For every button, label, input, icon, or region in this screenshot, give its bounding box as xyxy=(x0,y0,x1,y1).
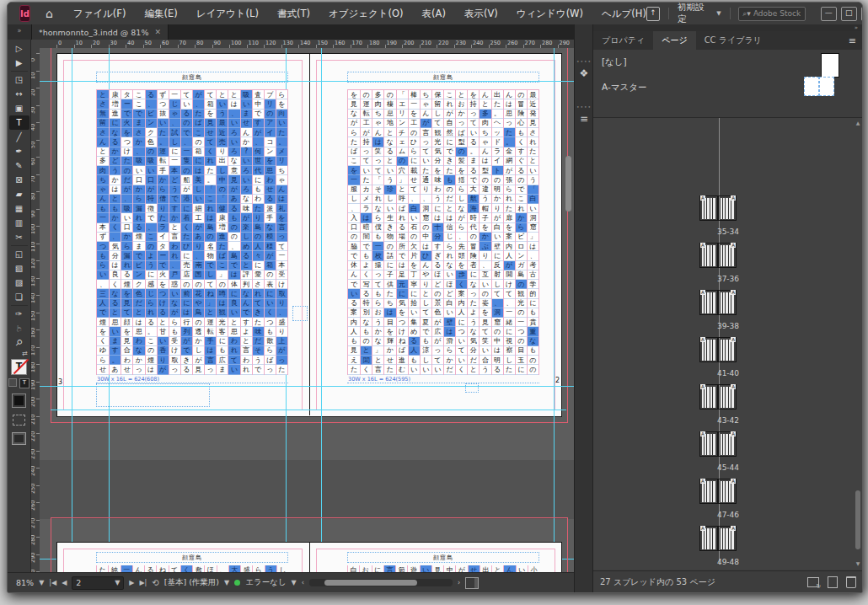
text-column[interactable]: ここでまさか、吸い口から漏れる煙までピンク色だとは思わなかっ xyxy=(132,90,144,374)
spread-label[interactable]: 43-42 xyxy=(593,416,863,425)
text-column[interactable]: ているので、一隻の船が港に着くたびに売店の前には行列ができる xyxy=(180,90,192,374)
last-page-button[interactable]: ▶| xyxy=(139,579,147,586)
menu-item[interactable]: ファイル(F) xyxy=(73,8,126,20)
menu-item[interactable]: ヘルプ(H) xyxy=(602,8,646,20)
text-column[interactable]: んと多肉ちゃんは型の違う帽子をかぶり、互いの姿を見て笑い合う xyxy=(479,90,490,374)
scroll-left-icon[interactable]: ‹ xyxy=(302,579,304,586)
master-none-thumbnail[interactable] xyxy=(821,53,839,78)
empty-text-frame[interactable] xyxy=(465,383,479,393)
spread-label[interactable]: 45-44 xyxy=(593,463,863,472)
document-tab[interactable]: *honmonnto_3.indd @ 81% ✕ xyxy=(32,24,169,40)
fill-color-swatch[interactable] xyxy=(12,394,26,408)
zoom-dropdown-icon[interactable]: ▼ xyxy=(39,579,44,586)
text-column[interactable]: これが自然にできたものだとは信じられないほど白い壁は滑らかだ xyxy=(443,90,455,374)
page-thumbnail[interactable]: A xyxy=(699,431,718,457)
spread-label[interactable]: 49-48 xyxy=(593,558,863,566)
formatting-affects-text-button[interactable]: T xyxy=(19,378,29,388)
vertical-grid-tool[interactable]: ▥ xyxy=(9,216,29,230)
page-thumbnail[interactable]: A xyxy=(699,384,718,410)
empty-text-frame[interactable] xyxy=(96,383,210,407)
error-status[interactable]: エラーなし xyxy=(245,577,286,588)
page-thumbnail[interactable]: A xyxy=(718,243,737,268)
master-none-label[interactable]: [なし] xyxy=(602,56,627,68)
text-column[interactable]: を持っている。まるで大航海時代の冒険者になったような気分だと xyxy=(467,90,479,374)
master-a-label[interactable]: A-マスター xyxy=(602,82,646,94)
maximize-button[interactable]: □ xyxy=(841,7,857,21)
scissors-tool[interactable]: ✂ xyxy=(9,230,29,244)
empty-text-frame[interactable] xyxy=(292,306,308,321)
page-thumbnail[interactable]: A xyxy=(718,195,737,221)
text-column[interactable]: 多肉ちゃんは笑って「それなら僕も一枚撮ってもらおうかな」と言 xyxy=(372,90,383,374)
text-column[interactable]: らを向いた。メリちゃんは礼を言って一本受け取り、盛り上がった xyxy=(276,90,287,374)
text-column[interactable]: る、ピンク色の吸い口が特徴で、このように感じられる。この煙は xyxy=(145,90,157,374)
pen-tool[interactable]: ✒ xyxy=(9,144,29,158)
close-button[interactable]: ✕ xyxy=(861,7,863,21)
ruler-guide-vertical[interactable] xyxy=(554,48,555,572)
page-thumbnail[interactable]: A xyxy=(718,384,737,410)
page-thumbnail[interactable]: A xyxy=(699,243,718,268)
preflight-profile[interactable]: [基本] (作業用) xyxy=(164,577,219,588)
edit-page-size-icon[interactable] xyxy=(807,577,819,587)
fill-indicator-text[interactable]: T xyxy=(11,359,27,375)
eyedropper-tool[interactable]: ✑ xyxy=(9,307,29,321)
text-column[interactable]: て箱を見せてくれた。「これは島の名物でしてね」と運転手は言っ xyxy=(204,90,216,374)
hand-tool[interactable]: ☞ xyxy=(9,321,29,335)
delete-page-icon[interactable] xyxy=(846,576,856,588)
next-spread-text-row[interactable]: しうら盛大、ほ敷くてねるん一純た xyxy=(96,565,288,572)
indesign-logo-icon[interactable]: Id xyxy=(19,5,30,22)
right-page-text-frame[interactable]: 最近発見されたという「白い洞窟」は、考古学的にも貴重なもののの冒険心もくすぐるの… xyxy=(347,89,539,375)
selection-tool[interactable]: ▷ xyxy=(9,41,29,56)
gradient-tool[interactable]: ▧ xyxy=(9,261,29,276)
text-column[interactable]: という最近売り出し中の「健康増進たばこ」の噂は観光客にも広ま xyxy=(216,90,228,374)
share-icon[interactable]: ↑ xyxy=(646,7,660,21)
running-head-frame[interactable]: 顔窟島 xyxy=(347,72,539,83)
tab-cc-libraries[interactable]: CC ライブラリ xyxy=(696,31,770,50)
scrollbar-thumb[interactable] xyxy=(324,580,417,586)
tab-pages[interactable]: ページ xyxy=(653,31,695,50)
text-column[interactable]: んは思った。金網が張られた扉を案内人が開けて、一緒に視察した xyxy=(503,90,515,374)
text-column[interactable]: とは、いろいろな意見があるものの、島では体に良いと思われてい xyxy=(228,90,239,374)
scroll-up-icon[interactable]: ▲ xyxy=(855,120,861,126)
text-column[interactable]: ちゃんが言っていた通り、洞窟の中はひんやりとして夏でも涼しい xyxy=(420,90,431,374)
scrollbar-thumb[interactable] xyxy=(855,490,860,549)
split-window-icon[interactable] xyxy=(465,577,479,589)
scrollbar-thumb[interactable] xyxy=(565,156,571,211)
page-thumbnail[interactable]: A xyxy=(718,431,737,457)
layers-panel-icon[interactable]: ❖ xyxy=(577,67,591,80)
menu-item[interactable]: 表(A) xyxy=(422,8,446,20)
type-tool[interactable]: T xyxy=(9,115,29,130)
text-column[interactable]: 棒一を工のひらに載せて、白い石の欠片を丁寧に拾い集める人もい xyxy=(408,90,420,374)
text-column[interactable]: 吸いませんか?いろいろな味が楽しめると評判なんですよと言われ xyxy=(240,90,252,374)
page-thumbnail[interactable]: A xyxy=(699,526,718,551)
tool-dock-header[interactable]: » xyxy=(8,24,32,40)
text-column[interactable]: ずつ抜いた。運転手から借りたライターで火をつけると甘い香りが xyxy=(157,90,169,374)
spread-label[interactable]: 39-38 xyxy=(593,322,863,330)
gap-tool[interactable]: ↔ xyxy=(9,87,29,101)
text-column[interactable]: 出た。ヘッドライトの明かりが白い壁に反射して、洞窟の中は明る xyxy=(491,90,503,374)
menu-item[interactable]: オブジェクト(O) xyxy=(329,8,404,20)
page-thumbnail[interactable]: A xyxy=(699,479,718,504)
ruler-guide-vertical[interactable] xyxy=(72,48,72,572)
text-column[interactable]: 「エリンチェムの穴」と呼ばれる場所では足元に気をつけねば進む xyxy=(396,90,408,374)
formatting-affects-container-button[interactable] xyxy=(8,378,17,387)
text-column[interactable]: ターで火をつけたのだが、吸い口から漏れる煙を見て顔を見合わせ xyxy=(121,90,132,374)
ruler-guide-vertical[interactable] xyxy=(321,48,322,572)
page-thumbnail[interactable]: A xyxy=(718,290,737,315)
rectangle-tool[interactable]: ▰ xyxy=(9,187,29,201)
text-column[interactable]: の棲息地となるという珍しい生き物の話に子供たちは目を輝かせた xyxy=(383,90,395,374)
text-column[interactable]: 保留して観光気分を味わうには十分すぎるほどの景色が広がってい xyxy=(431,90,443,374)
page-tool[interactable]: ◳ xyxy=(9,72,29,87)
page-thumbnail[interactable]: A xyxy=(699,337,718,362)
left-page-text-frame[interactable]: らを向いた。メリちゃんは礼を言って一本受け取り、盛り上がったブリのアイコンを思わ… xyxy=(96,89,288,375)
text-column[interactable]: 一じゃ、試しに一本どうですかと言われ、戸惑いながらも受け取っ xyxy=(169,90,180,374)
pencil-tool[interactable]: ✎ xyxy=(9,158,29,173)
zoom-tool[interactable]: ⚲ xyxy=(9,335,29,350)
preflight-menu-icon[interactable]: ⟲ xyxy=(152,578,158,587)
screen-mode-button[interactable] xyxy=(12,432,26,445)
spread-label[interactable]: 47-46 xyxy=(593,511,863,519)
text-column[interactable]: 最近発見されたという「白い洞窟」は、考古学的にも貴重なものの xyxy=(527,90,538,374)
ruler-guide-horizontal[interactable] xyxy=(51,410,566,410)
menu-item[interactable]: 表示(V) xyxy=(464,8,498,20)
apply-none-icon[interactable] xyxy=(13,415,25,426)
minimize-button[interactable]: — xyxy=(821,7,837,21)
